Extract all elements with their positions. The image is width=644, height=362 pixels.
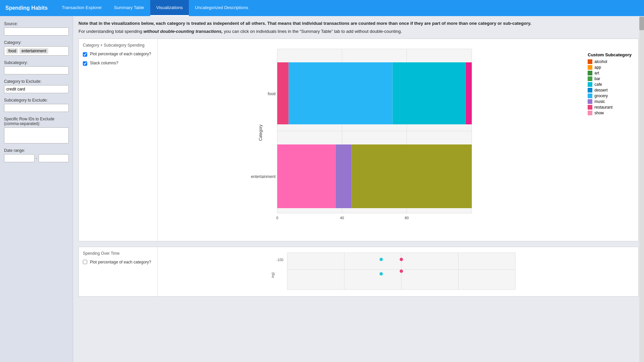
category-exclude-input[interactable]: [4, 85, 69, 93]
legend-alcohol: alcohol: [588, 59, 632, 64]
scroll-thumb[interactable]: [639, 17, 644, 30]
legend-label-music: music: [594, 99, 605, 104]
notice-line1-text: Note that in the visualizations below, e…: [78, 21, 531, 26]
subcategory-exclude-group: Subcategory to Exclude:: [4, 98, 69, 112]
bar-food-restaurant: [277, 62, 289, 124]
chart1-legend: Custom Subcategory alcohol app art: [588, 52, 632, 116]
nav-tabs: Transaction Explorer Summary Table Visua…: [56, 0, 254, 16]
subcategory-group: Subcategory:: [4, 60, 69, 74]
source-label: Source:: [4, 21, 69, 26]
dot-1: [380, 258, 383, 261]
main-layout: Source: Category: food entertainment Sub…: [0, 16, 644, 362]
subcategory-label: Subcategory:: [4, 60, 69, 65]
bar-food-cafe: [393, 62, 466, 124]
y-label-food: food: [268, 92, 275, 96]
row-ids-group: Specific Row IDs to Exclude (comma-separ…: [4, 117, 69, 143]
date-range-group: Date range: 12-27-2017 - 12-05-2018: [4, 148, 69, 162]
legend-dessert: dessert: [588, 88, 632, 93]
date-end-input[interactable]: 12-05-2018: [39, 154, 69, 162]
chart1-controls: Category + Subcategory Spending Plot per…: [79, 39, 158, 241]
bar-food-grocery: [289, 62, 393, 124]
chart1-option2: Stack columns?: [83, 61, 153, 66]
category-tag-input[interactable]: food entertainment: [4, 46, 69, 56]
dot-2: [400, 258, 403, 261]
y-label-entertainment: entertainment: [251, 174, 276, 179]
legend-app: app: [588, 65, 632, 70]
legend-swatch-art: [588, 71, 592, 75]
legend-swatch-app: [588, 65, 592, 70]
chart1-option1: Plot percentage of each category?: [83, 52, 153, 57]
bar-food-other: [466, 62, 472, 124]
legend-swatch-dessert: [588, 88, 592, 93]
notice-line2-prefix: For understanding total spending: [78, 29, 144, 34]
legend-label-grocery: grocery: [594, 94, 608, 98]
legend-label-app: app: [594, 65, 601, 70]
legend-music: music: [588, 99, 632, 104]
legend-label-cafe: cafe: [594, 82, 602, 87]
bar-ent-music: [336, 144, 352, 208]
legend-swatch-show: [588, 111, 592, 115]
category-label: Category:: [4, 40, 69, 45]
legend-label-show: show: [594, 111, 604, 115]
legend-label-dessert: dessert: [594, 88, 607, 93]
chart2-option1-checkbox[interactable]: [83, 260, 87, 264]
subcategory-input[interactable]: [4, 66, 69, 74]
chart2-section: Spending Over Time Plot percentage of ea…: [78, 247, 639, 297]
tab-visualizations[interactable]: Visualizations: [150, 0, 189, 16]
legend-swatch-music: [588, 99, 592, 104]
navbar: Spending Habits Transaction Explorer Sum…: [0, 0, 644, 16]
chart2-controls: Spending Over Time Plot percentage of ea…: [79, 247, 158, 296]
legend-label-bar: bar: [594, 76, 600, 81]
notice-line2-italic: without double-counting transactions,: [144, 29, 223, 34]
scrollbar[interactable]: [639, 16, 644, 362]
content-area: Note that in the visualizations below, e…: [73, 16, 644, 362]
category-tag-food: food: [6, 48, 18, 54]
legend-swatch-cafe: [588, 82, 592, 87]
bar-ent-restaurant: [277, 144, 336, 208]
chart2-title: Spending Over Time: [83, 251, 153, 256]
y-axis-title: Category: [258, 125, 263, 141]
legend-label-alcohol: alcohol: [594, 59, 607, 64]
date-range-inputs: 12-27-2017 - 12-05-2018: [4, 154, 69, 162]
chart2-option1: Plot percentage of each category?: [83, 260, 153, 264]
legend-title: Custom Subcategory: [588, 52, 632, 57]
chart1-section: Category + Subcategory Spending Plot per…: [78, 39, 639, 241]
date-start-input[interactable]: 12-27-2017: [4, 154, 35, 162]
chart1-option2-checkbox[interactable]: [83, 61, 87, 66]
legend-label-restaurant: restaurant: [594, 105, 612, 110]
legend-show: show: [588, 111, 632, 115]
legend-cafe: cafe: [588, 82, 632, 87]
notice-line1: Note that in the visualizations below, e…: [78, 20, 639, 27]
legend-restaurant: restaurant: [588, 105, 632, 110]
legend-swatch-bar: [588, 76, 592, 81]
source-input[interactable]: [4, 27, 69, 36]
row-ids-input[interactable]: [4, 127, 69, 143]
legend-label-art: art: [594, 71, 599, 75]
row-ids-label: Specific Row IDs to Exclude (comma-separ…: [4, 117, 69, 126]
date-range-label: Date range:: [4, 148, 69, 153]
chart1-wrapper: food entertainment 0 40 80 Category Perc…: [158, 39, 638, 241]
tab-summary-table[interactable]: Summary Table: [108, 0, 150, 16]
notice-line2-suffix: you can click on individuals lines in th…: [223, 29, 402, 34]
time-y-axis-title: ing): [271, 272, 275, 278]
tab-transaction-explorer[interactable]: Transaction Explorer: [56, 0, 108, 16]
subcategory-exclude-label: Subcategory to Exclude:: [4, 98, 69, 103]
dot-3: [380, 272, 383, 276]
category-exclude-label: Category to Exclude:: [4, 79, 69, 84]
category-exclude-group: Category to Exclude:: [4, 79, 69, 93]
tab-uncategorized-descriptions[interactable]: Uncategorized Descriptions: [189, 0, 254, 16]
date-separator: -: [36, 156, 37, 161]
chart1-svg: food entertainment 0 40 80 Category Perc…: [178, 46, 571, 220]
subcategory-exclude-input[interactable]: [4, 104, 69, 112]
legend-swatch-grocery: [588, 94, 592, 98]
legend-art: art: [588, 71, 632, 75]
time-y-label: -100: [277, 258, 283, 262]
chart2-svg: -100 ing): [162, 251, 634, 291]
category-tag-entertainment: entertainment: [19, 48, 48, 54]
chart1-title: Category + Subcategory Spending: [83, 43, 153, 48]
chart1-option1-checkbox[interactable]: [83, 52, 87, 57]
chart1-option1-label: Plot percentage of each category?: [90, 52, 151, 56]
chart2-option1-label: Plot percentage of each category?: [90, 260, 151, 264]
chart2-wrapper: -100 ing): [158, 247, 638, 296]
x-tick-0: 0: [276, 216, 278, 220]
